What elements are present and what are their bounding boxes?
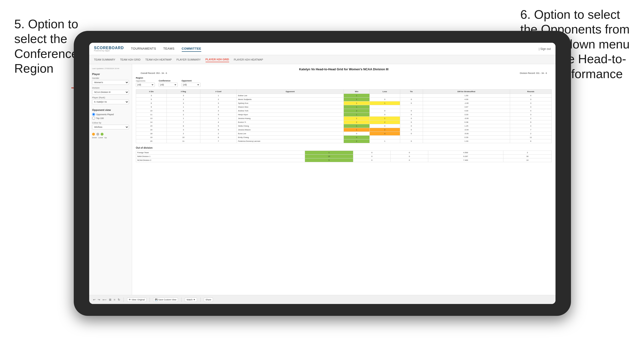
opponent-select[interactable]: (All) [182, 83, 200, 87]
sub-nav-player-h2h-heatmap[interactable]: PLAYER H2H HEATMAP [234, 57, 263, 62]
colour-labels: Down Level Up [92, 137, 129, 139]
conference-select[interactable]: (All) [159, 83, 178, 87]
sub-nav-player-h2h-grid[interactable]: PLAYER H2H GRID [206, 57, 229, 62]
conference-filter-label: Conference [159, 80, 178, 82]
table-row: 331Esther Lee11.504 [136, 94, 552, 98]
sub-nav-team-summary[interactable]: TEAM SUMMARY [94, 57, 116, 62]
watch-btn[interactable]: Watch ▼ [185, 298, 197, 302]
view-original-btn[interactable]: 👁 View: Original [127, 298, 146, 302]
region-filter-group: Region Opponents: (All) [136, 77, 155, 87]
colour-by-select[interactable]: Win/loss [92, 125, 129, 129]
opponent-filter-group: Opponent (All) [182, 80, 200, 87]
ood-table-row: NCAA Division 25007.40010 [136, 158, 552, 162]
col-reg: # Reg [167, 90, 200, 94]
colour-dot-up [101, 133, 104, 136]
col-opponent: Opponent [237, 90, 344, 94]
crop-icon[interactable]: ⌗ [114, 298, 116, 301]
ood-title: Out of division [136, 147, 552, 149]
main-content: Last Updated: 27/03/2024 16:44 Player Ge… [89, 64, 556, 295]
table-row: 633Sydney Kuo110-1.003 [136, 101, 552, 105]
radio-top-100[interactable]: Top 100 [92, 117, 129, 120]
h2h-table: # Div # Reg # Conf Opponent Win Loss Tie… [136, 89, 552, 143]
player-rank-select[interactable]: 8. Katelyn Vo [92, 100, 129, 104]
nav-item-tournaments[interactable]: TOURNAMENTS [131, 46, 156, 52]
undo-icon[interactable]: ↩ [93, 298, 96, 301]
colour-by-label: Colour by [92, 122, 129, 124]
ood-table-row: Foreign Team1004.5002 [136, 151, 552, 155]
save-icon: 💾 [155, 299, 158, 301]
sidebar: Last Updated: 27/03/2024 16:44 Player Ge… [89, 64, 132, 295]
region-select[interactable]: (All) [136, 83, 155, 87]
grid-icon[interactable]: ⊞ [109, 298, 111, 301]
col-div: # Div [136, 90, 167, 94]
page-title: Katelyn Vo Head-to-Head Grid for Women's… [136, 67, 552, 71]
table-row: 19106Emily Chang40.3011 [136, 136, 552, 139]
nav-items: TOURNAMENTS TEAMS COMMITTEE [131, 46, 539, 52]
share-btn[interactable]: Share [204, 298, 213, 302]
region-filter-label: Region [136, 77, 155, 79]
nav-item-teams[interactable]: TEAMS [163, 46, 174, 52]
col-tie: Tie [400, 90, 423, 94]
table-row: 1822Euna Lee040-5.002 [136, 132, 552, 136]
table-row: 20117Federica Domecq Lacroze2101.336 [136, 139, 552, 143]
toolbar-divider-2 [150, 298, 150, 302]
logo-text: SCOREBOARD [94, 46, 124, 50]
table-row: 914Sharon Mun13.673 [136, 105, 552, 109]
conference-filter-group: Conference (All) [159, 80, 178, 87]
toolbar-divider-3 [181, 298, 182, 302]
region-opponents-label: Opponents: [136, 80, 155, 82]
table-row: 1585Stella Cheng1001.254 [136, 124, 552, 128]
table-row: 1474Eunice Yi2200.389 [136, 120, 552, 124]
overall-record: Overall Record: 353 - 34 - 6 [140, 72, 167, 74]
sub-nav-player-summary[interactable]: PLAYER SUMMARY [176, 57, 201, 62]
bottom-toolbar: ↩ ↪ ⟵ ⊞ ⌗ ↻ 👁 View: Original 💾 Save Cust… [89, 295, 556, 304]
scoreboard-logo: SCOREBOARD Powered by clippd [94, 46, 124, 52]
top-nav: SCOREBOARD Powered by clippd TOURNAMENTS… [89, 43, 556, 55]
tablet: SCOREBOARD Powered by clippd TOURNAMENTS… [74, 31, 571, 316]
filter-section: Region Opponents: (All) Conference (All) [136, 77, 552, 87]
division-select[interactable]: NCAA Division III [92, 90, 129, 95]
redo-icon[interactable]: ↪ [98, 298, 100, 301]
nav-right: | Sign out [539, 47, 551, 51]
sidebar-timestamp: Last Updated: 27/03/2024 16:44 [92, 67, 129, 70]
table-row: 522Alexis Sudjianto1004.003 [136, 98, 552, 101]
sub-nav-team-h2h-heatmap[interactable]: TEAM H2H HEATMAP [145, 57, 172, 62]
sub-nav: TEAM SUMMARY TEAM H2H GRID TEAM H2H HEAT… [89, 55, 556, 64]
table-row: 1125Heejo Hyun1003.333 [136, 113, 552, 117]
sub-nav-team-h2h-grid[interactable]: TEAM H2H GRID [120, 57, 140, 62]
col-diff: Diff Av Strokes/Rnd [423, 90, 510, 94]
gender-label: Gender [92, 77, 129, 79]
back-icon[interactable]: ⟵ [102, 298, 106, 301]
tablet-screen: SCOREBOARD Powered by clippd TOURNAMENTS… [89, 43, 556, 304]
player-rank-label: Player (Rank) [92, 96, 129, 99]
save-custom-view-btn[interactable]: 💾 Save Custom View [153, 298, 178, 302]
ood-table: Foreign Team1004.5002NAIA Division 11500… [136, 151, 552, 162]
gender-select[interactable]: Women's [92, 80, 129, 85]
colour-dot-level [96, 133, 99, 136]
col-loss: Loss [370, 90, 400, 94]
division-record: Division Record: 331 - 34 - 6 [520, 72, 547, 74]
table-row: 1636Jessica Mason120-0.947 [136, 128, 552, 132]
toolbar-divider-4 [200, 298, 200, 302]
records-row: Overall Record: 353 - 34 - 6 Division Re… [136, 72, 552, 74]
col-rounds: Rounds [510, 90, 552, 94]
colour-dot-down [92, 133, 95, 136]
ood-table-row: NAIA Division 115009.26730 [136, 155, 552, 158]
eye-icon: 👁 [129, 299, 131, 301]
col-win: Win [344, 90, 370, 94]
table-row: 1063Andrea York2004.004 [136, 109, 552, 113]
colour-indicators [92, 133, 129, 136]
logo-sub: Powered by clippd [94, 50, 124, 52]
table-row: 1311Jessica Huang110-3.002 [136, 117, 552, 120]
opponent-filter-label: Opponent [182, 80, 200, 82]
radio-opponents-played[interactable]: Opponents Played [92, 113, 129, 116]
player-section-title: Player [92, 73, 129, 76]
data-area: Katelyn Vo Head-to-Head Grid for Women's… [132, 64, 556, 295]
opponent-view-options: Opponents Played Top 100 [92, 113, 129, 120]
division-label: Division [92, 87, 129, 89]
nav-item-committee[interactable]: COMMITTEE [182, 46, 202, 52]
rotate-icon[interactable]: ↻ [118, 298, 120, 301]
opponent-view-label: Opponent view [92, 109, 129, 111]
toolbar-divider-1 [124, 298, 124, 302]
sign-out-link[interactable]: | Sign out [539, 47, 551, 51]
